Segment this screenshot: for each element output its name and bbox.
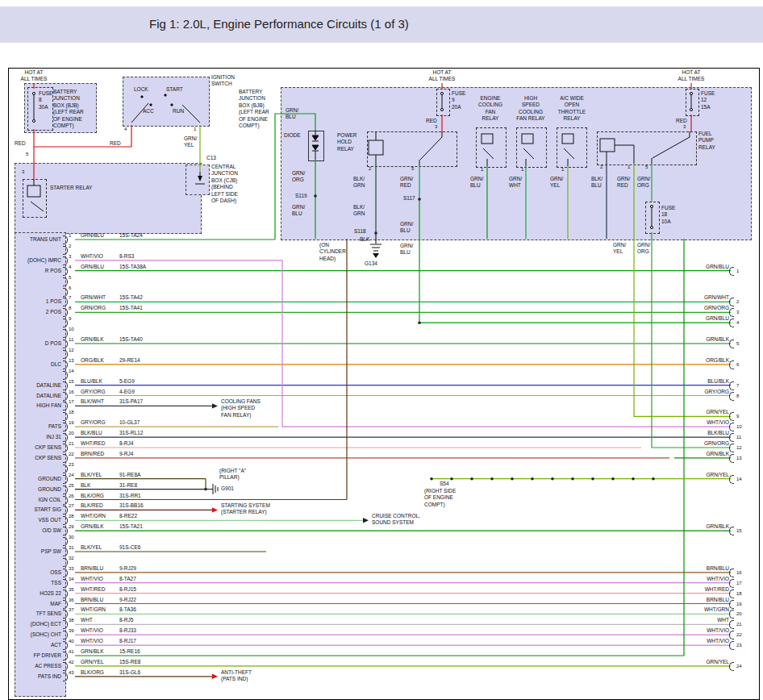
wire-arrow [212,674,218,679]
left-pin-label: 1 POS [16,298,61,305]
wire-color-label: BLK/ GRN [353,176,365,190]
row-wire-name: WHT/VIO [81,627,103,634]
right-wire-label: WHT/VIO [687,638,729,644]
left-pin-label: START SIG [16,506,61,513]
right-wire-label: WHT/RED [687,586,729,593]
wiring-diagram-page: Fig 1: 2.0L, Engine Performance Circuits… [0,0,763,700]
pin-number: 33 [69,566,74,572]
row-wire-name: GRN/BLK [81,336,104,343]
row-wire-name: BLK/BLU [81,430,102,436]
pin-number: 40 [69,639,74,644]
row-circuit: 8-TA27 [119,576,136,582]
row-wire-name: ORG/BLK [81,357,104,364]
pin-digit: 1 [561,167,564,173]
right-pin-bracket [729,610,734,619]
right-wire-label: GRN/BLU [687,315,729,322]
row-circuit: 15S-TA40 [119,336,143,343]
c13-connector-symbol [195,172,205,184]
row-circuit: 91S-CE6 [119,544,140,551]
left-pin-label: TFT SENS [16,610,61,617]
pin-number: 36 [69,598,74,603]
pin-digit: 5 [26,152,28,157]
row-wire-name: BRN/RED [81,451,104,457]
anti-theft-annotation: ANTI-THEFT (PATS IND) [221,669,252,683]
pin-number: 26 [69,494,74,499]
right-pin-bracket [729,569,734,577]
wire-color-label: BLK/ BLU [591,176,602,190]
row-wire-name: BRN/BLU [81,565,103,572]
wire-color-label: BLK [360,236,369,243]
right-wire-label: BRN/BLU [687,565,729,572]
row-circuit: 15S-TA21 [119,523,143,530]
right-pin-bracket [729,267,734,276]
splice-dot [571,477,574,481]
row-circuit: 8-RE22 [119,513,137,519]
splice-dot [418,198,421,201]
wire-color-label: GRN/ BLU [470,176,483,190]
left-pin-label: ACT [16,642,61,648]
left-pin-label: GROUND [16,486,61,493]
row-wire-name: GRN/BLU [81,232,104,239]
row-wire-name: BRN/BLU [81,597,103,603]
pin-number: 28 [69,514,74,519]
switch-position-label: LOCK [134,86,148,93]
left-pin-label: PATS IND [16,673,61,680]
row-circuit: 8-RJ17 [119,638,136,644]
pin-number: 6 [69,285,71,291]
pin-number: 25 [69,483,74,489]
fuse8-label: FUSE 8 30A [39,90,52,110]
wire-arrow [212,507,218,512]
row-wire-name: WHT/GRN [81,513,106,519]
starter-relay-label: STARTER RELAY [50,185,92,191]
row-wire-name: BLU/BLK [81,378,102,385]
row-wire-name: GRN/ORG [81,305,106,311]
right-pin-number: 20 [736,611,742,617]
splice-label: S117 [403,195,415,202]
row-circuit: 15S-TA24 [119,232,143,239]
pin-digit: 2 [600,165,602,170]
left-pin-label: FP DRIVER [16,652,61,659]
right-pin-number: 6 [736,362,739,368]
s54-location-label: (RIGHT SIDE OF ENGINE COMPT) [424,488,456,508]
left-pin-label: OSS [16,569,61,576]
right-wire-label: GRN/ORG [687,305,729,311]
left-pin-label: TSS [16,580,61,586]
pin-number: 3 [69,254,71,260]
splice-dot [490,477,494,481]
row-circuit: 9-RJ4 [119,451,133,457]
pin-number: 27 [69,503,74,509]
pin-number: 43 [69,670,74,676]
pin-number: 7 [69,295,71,301]
row-wire-name: BLK/ORG [81,493,104,499]
pin-number: 5 [69,275,71,281]
row-circuit: 31S-RL12 [119,430,143,436]
pin-number: 4 [69,265,71,270]
pin-number: 2 [69,244,71,249]
pin-digit: 3 [683,124,686,130]
pin-digit: 5 [645,165,648,170]
power-hold-relay-label: POWER HOLD RELAY [337,132,357,152]
left-pin-label: 2 POS [16,309,61,315]
splice-dot [511,477,514,481]
row-circuit: 8-RJ15 [119,586,136,593]
wire-arrow [212,403,218,408]
wire-color-label: GRN/ ORG [637,242,650,256]
row-wire-name: BLK/YEL [81,544,102,551]
left-pin-label: IGN COIL [16,497,61,503]
pin-number: 35 [69,587,74,593]
right-pin-bracket [729,454,734,463]
splice-dot [374,231,377,235]
pin-digit: 1 [521,167,523,173]
row-wire-name: WHT/GRN [81,606,106,613]
row-circuit: 4-EG9 [119,389,135,395]
ignition-switch-label: IGNITION SWITCH [211,74,235,88]
row-circuit: 5-EG9 [119,378,135,385]
pin-number: 30 [69,535,74,540]
row-wire-name: GRN/BLK [81,523,104,530]
ground-label: G134 [365,260,377,267]
right-wire-label: BLK/BLU [687,430,729,436]
row-wire-name: WHT/VIO [81,253,103,260]
left-pin-label: INJ 31 [16,434,61,440]
pin-digit: 3 [435,124,437,130]
pin-number: 32 [69,556,74,561]
